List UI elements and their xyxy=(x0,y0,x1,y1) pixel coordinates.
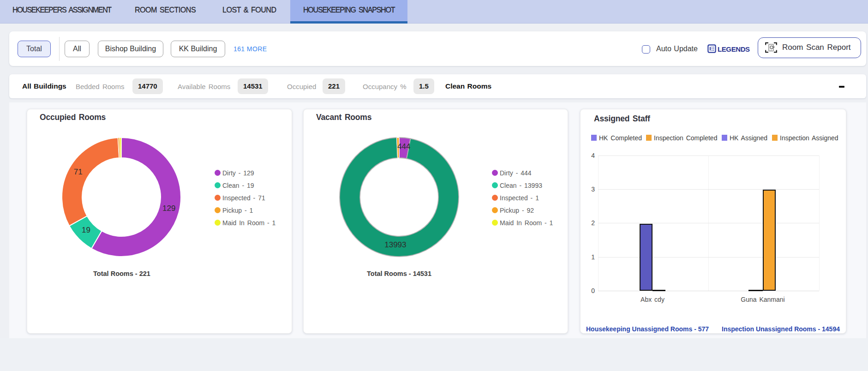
svg-text:19: 19 xyxy=(82,226,90,234)
svg-text:129: 129 xyxy=(162,204,175,213)
svg-text:444: 444 xyxy=(397,142,410,151)
svg-text:71: 71 xyxy=(74,168,83,176)
svg-text:13993: 13993 xyxy=(384,240,406,249)
